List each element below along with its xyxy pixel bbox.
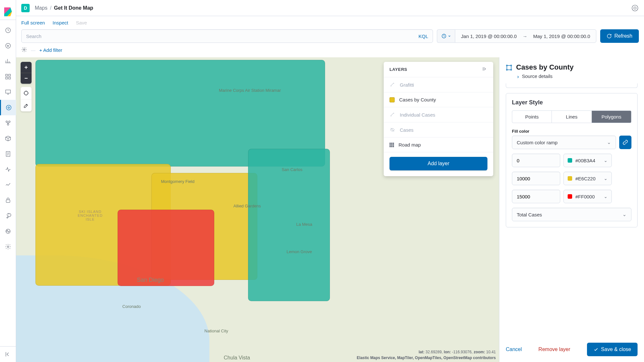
- svg-point-18: [24, 49, 25, 51]
- nav-recent-icon[interactable]: [0, 23, 16, 38]
- filter-settings-icon[interactable]: [21, 47, 27, 53]
- svg-point-22: [511, 65, 512, 66]
- chevron-down-icon: ⌄: [604, 158, 608, 163]
- kibana-logo[interactable]: [0, 4, 16, 20]
- map-label: Lemon Grove: [286, 249, 312, 254]
- refresh-button[interactable]: Refresh: [600, 29, 639, 43]
- page-header: D Maps / Get It Done Map: [16, 0, 644, 16]
- svg-point-7: [6, 105, 11, 110]
- layers-panel-title: LAYERS: [389, 67, 407, 72]
- color-swatch-icon: [568, 176, 572, 181]
- map-canvas[interactable]: Marine Corps Air Station Miramar Montgom…: [16, 57, 499, 362]
- nav-dashboard-icon[interactable]: [0, 69, 16, 84]
- ramp-stop-input-2[interactable]: [512, 190, 560, 203]
- collapse-layers-icon[interactable]: [482, 66, 487, 72]
- nav-apm-icon[interactable]: [0, 162, 16, 177]
- zoom-out-button[interactable]: −: [21, 73, 32, 84]
- map-label: SKI ISLAND ENCHANTED ISLE: [74, 210, 106, 221]
- layer-style-heading: Layer Style: [512, 99, 631, 106]
- ramp-type-select[interactable]: Custom color ramp ⌄: [512, 136, 616, 149]
- nav-visualize-icon[interactable]: [0, 53, 16, 69]
- chevron-down-icon: ⌄: [604, 194, 608, 199]
- arrow-right-icon: →: [523, 33, 527, 39]
- nav-infra-icon[interactable]: [0, 131, 16, 146]
- layer-row-grafitti[interactable]: Grafitti: [384, 77, 493, 92]
- fullscreen-link[interactable]: Full screen: [21, 20, 45, 25]
- svg-rect-13: [6, 200, 10, 202]
- geometry-type-tabs: Points Lines Polygons: [512, 110, 631, 123]
- source-details-toggle[interactable]: Source details: [516, 73, 638, 79]
- space-badge[interactable]: D: [21, 4, 30, 12]
- nav-devtools-icon[interactable]: [0, 208, 16, 224]
- svg-rect-20: [507, 65, 511, 70]
- zoom-in-button[interactable]: +: [21, 62, 32, 73]
- nav-ml-icon[interactable]: [0, 115, 16, 131]
- nav-management-icon[interactable]: [0, 239, 16, 254]
- layer-row-road-map[interactable]: Road map: [384, 138, 493, 152]
- map-label: Marine Corps Air Station Miramar: [219, 88, 281, 93]
- layer-row-cases[interactable]: Cases: [384, 122, 493, 138]
- nav-maps-icon[interactable]: [0, 100, 16, 115]
- map-label: National City: [205, 329, 228, 333]
- date-quick-select[interactable]: [437, 29, 455, 43]
- svg-point-11: [7, 124, 9, 125]
- link-field-button[interactable]: [619, 136, 631, 149]
- layer-row-individual-cases[interactable]: Individual Cases: [384, 107, 493, 122]
- date-range[interactable]: Jan 1, 2019 @ 00:00:00.0 → May 1, 2019 @…: [455, 29, 596, 43]
- map-label: Coronado: [122, 304, 141, 309]
- map-label: La Mesa: [296, 222, 312, 227]
- nav-canvas-icon[interactable]: [0, 84, 16, 100]
- layer-editor-panel: Cases by County Source details Layer Sty…: [499, 57, 644, 362]
- svg-point-14: [7, 246, 9, 248]
- add-filter-link[interactable]: + Add filter: [39, 47, 62, 53]
- nav-discover-icon[interactable]: [0, 38, 16, 53]
- nav-collapse-icon[interactable]: [0, 347, 16, 362]
- svg-rect-3: [9, 74, 11, 76]
- color-picker-0[interactable]: #00B3A4 ⌄: [563, 154, 612, 167]
- map-attribution: lat: 32.69289, lon: -116.93076, zoom: 10…: [357, 349, 496, 361]
- breadcrumb-root[interactable]: Maps: [35, 5, 47, 11]
- basemap-icon: [389, 143, 394, 147]
- svg-point-24: [511, 69, 512, 70]
- date-from: Jan 1, 2019 @ 00:00:00.0: [461, 33, 517, 39]
- color-field-select[interactable]: Total Cases ⌄: [512, 208, 631, 221]
- save-close-button[interactable]: Save & close: [587, 343, 638, 356]
- color-swatch-icon: [568, 194, 572, 199]
- fill-color-label: Fill color: [512, 129, 631, 134]
- date-to: May 1, 2019 @ 00:00:00.0: [533, 33, 590, 39]
- nav-siem-icon[interactable]: [0, 193, 16, 208]
- draw-tool-button[interactable]: [21, 99, 32, 111]
- save-link: Save: [76, 20, 87, 25]
- tab-polygons[interactable]: Polygons: [591, 111, 631, 123]
- svg-point-21: [506, 65, 507, 66]
- nav-monitoring-icon[interactable]: [0, 224, 16, 239]
- fit-bounds-button[interactable]: [21, 87, 32, 99]
- color-swatch-icon: [568, 158, 572, 163]
- remove-layer-button[interactable]: Remove layer: [538, 347, 570, 352]
- hidden-icon: [389, 127, 395, 133]
- tab-lines[interactable]: Lines: [552, 111, 591, 123]
- ramp-stop-input-0[interactable]: [512, 154, 560, 167]
- nav-logs-icon[interactable]: [0, 146, 16, 162]
- cancel-button[interactable]: Cancel: [506, 347, 522, 352]
- kql-toggle[interactable]: KQL: [418, 33, 428, 39]
- ramp-stop-input-1[interactable]: [512, 172, 560, 185]
- svg-rect-2: [6, 74, 8, 76]
- map-label: San Diego: [137, 277, 164, 283]
- search-box[interactable]: KQL: [21, 29, 433, 43]
- layer-row-cases-by-county[interactable]: Cases by County: [384, 92, 493, 107]
- line-icon: [389, 112, 395, 118]
- map-label: Allied Gardens: [234, 204, 261, 208]
- nav-uptime-icon[interactable]: [0, 177, 16, 193]
- tab-points[interactable]: Points: [512, 111, 552, 123]
- add-layer-button[interactable]: Add layer: [389, 157, 487, 170]
- inspect-link[interactable]: Inspect: [53, 20, 68, 25]
- line-icon: [389, 82, 395, 88]
- search-input[interactable]: [26, 33, 418, 39]
- app-nav-sidebar: [0, 0, 16, 362]
- chevron-down-icon: ⌄: [607, 139, 611, 145]
- map-label: San Carlos: [282, 167, 302, 172]
- help-icon[interactable]: [631, 4, 639, 12]
- color-picker-2[interactable]: #FF0000 ⌄: [563, 190, 612, 203]
- color-picker-1[interactable]: #E6C220 ⌄: [563, 172, 612, 185]
